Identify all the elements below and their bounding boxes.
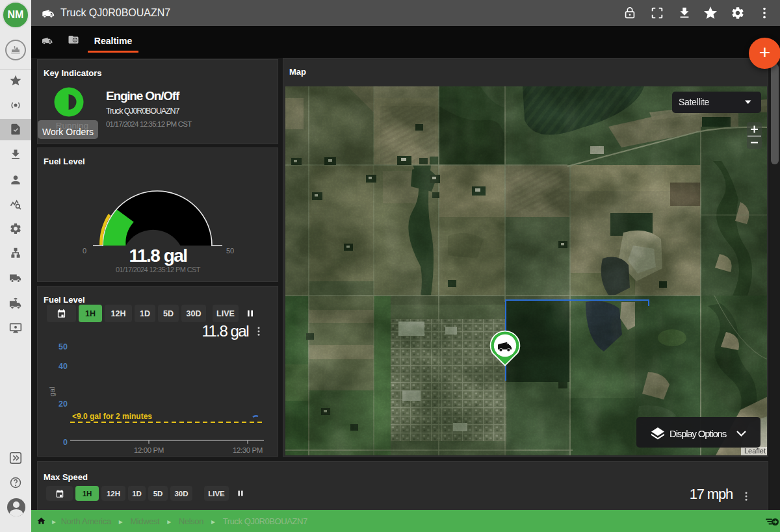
- svg-text:Satellite: Satellite: [679, 97, 710, 107]
- svg-text:11.8 gal: 11.8 gal: [129, 246, 187, 266]
- svg-text:Leaflet: Leaflet: [744, 447, 766, 455]
- svg-text:0: 0: [83, 247, 86, 255]
- svg-text:40: 40: [58, 362, 68, 371]
- svg-text:50: 50: [226, 247, 234, 255]
- svg-text:12:00 PM: 12:00 PM: [134, 446, 164, 454]
- svg-text:50: 50: [58, 342, 68, 351]
- svg-text:gal: gal: [48, 387, 56, 397]
- svg-text:0: 0: [63, 438, 68, 447]
- svg-text:20: 20: [58, 399, 68, 409]
- svg-text:01/17/2024 12:35:12 PM CST: 01/17/2024 12:35:12 PM CST: [116, 266, 201, 273]
- svg-text:12:30 PM: 12:30 PM: [233, 446, 263, 454]
- svg-text:Display Options: Display Options: [670, 428, 727, 439]
- svg-text:<9.0 gal for 2 minutes: <9.0 gal for 2 minutes: [72, 412, 152, 421]
